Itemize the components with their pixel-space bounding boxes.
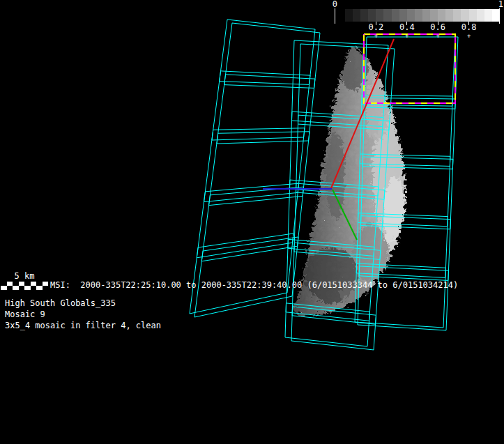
scale-bar-cell bbox=[36, 286, 43, 290]
colorbar-min-label: 0 bbox=[326, 0, 337, 9]
scale-bar-row bbox=[1, 286, 48, 290]
colorbar-left-end-tick bbox=[335, 8, 335, 24]
caption-sequence-name: High South Globals_335 bbox=[5, 299, 161, 308]
colorbar-step bbox=[376, 9, 383, 22]
caption-mosaic-description: 3x5_4 mosaic in filter 4, clean bbox=[5, 321, 161, 330]
scale-bar-checker bbox=[1, 282, 48, 290]
colorbar-step bbox=[407, 9, 415, 22]
scale-bar-cell bbox=[19, 286, 25, 290]
colorbar-step bbox=[392, 9, 399, 22]
caption-mosaic-number: Mosaic 9 bbox=[5, 310, 161, 319]
mosaic-caption: High South Globals_335 Mosaic 9 3x5_4 mo… bbox=[5, 299, 161, 332]
scale-bar-cell bbox=[13, 286, 19, 290]
colorbar-step bbox=[415, 9, 422, 22]
colorbar-step bbox=[368, 9, 376, 22]
colorbar-step bbox=[484, 9, 492, 22]
colorbar-step bbox=[430, 9, 438, 22]
colorbar-step bbox=[438, 9, 445, 22]
scale-bar-cell bbox=[1, 286, 7, 290]
scale-bar-cell bbox=[24, 286, 31, 290]
colorbar-max-label: 1 bbox=[492, 0, 503, 9]
colorbar-tick-plus: + bbox=[374, 33, 378, 39]
mosaic-viewport bbox=[0, 0, 504, 444]
msi-mosaic-display: 0 1 5 km MSI: 2000-335T22:25:10.00 to 20… bbox=[0, 0, 504, 444]
colorbar-tick-plus: + bbox=[436, 33, 439, 39]
colorbar-step bbox=[422, 9, 430, 22]
colorbar-step bbox=[353, 9, 360, 22]
asteroid-shading-patch bbox=[338, 44, 366, 89]
colorbar-tick-plus: + bbox=[405, 33, 408, 39]
image-footprint-left-row5[interactable] bbox=[194, 237, 298, 317]
colorbar-step bbox=[477, 9, 484, 22]
scale-bar-cell bbox=[31, 286, 37, 290]
colorbar-tick-label: 0.8 bbox=[461, 23, 477, 32]
colorbar-step bbox=[453, 9, 461, 22]
status-line: MSI: 2000-335T22:25:10.00 to 2000-335T22… bbox=[50, 281, 458, 290]
colorbar-step bbox=[445, 9, 453, 22]
colorbar-step bbox=[461, 9, 468, 22]
image-footprint-middle-row5[interactable] bbox=[291, 307, 376, 350]
colorbar-step bbox=[360, 9, 368, 22]
scale-bar-cell bbox=[43, 286, 49, 290]
colorbar-step bbox=[469, 9, 477, 22]
asteroid-render bbox=[290, 43, 404, 313]
colorbar-tick-label: 0.2 bbox=[369, 23, 384, 32]
colorbar-tick-plus: + bbox=[467, 33, 471, 39]
colorbar-step bbox=[399, 9, 407, 22]
asteroid-shading-patch bbox=[381, 174, 404, 251]
scale-bar-label: 5 km bbox=[1, 272, 48, 282]
colorbar-tick-label: 0.6 bbox=[430, 23, 445, 32]
colorbar-step bbox=[383, 9, 391, 22]
colorbar-step bbox=[492, 9, 500, 22]
colorbar-tick-label: 0.4 bbox=[399, 23, 415, 32]
colorbar-step bbox=[345, 9, 353, 22]
colorbar-gradient bbox=[345, 9, 500, 22]
scale-bar-cell bbox=[7, 286, 13, 290]
